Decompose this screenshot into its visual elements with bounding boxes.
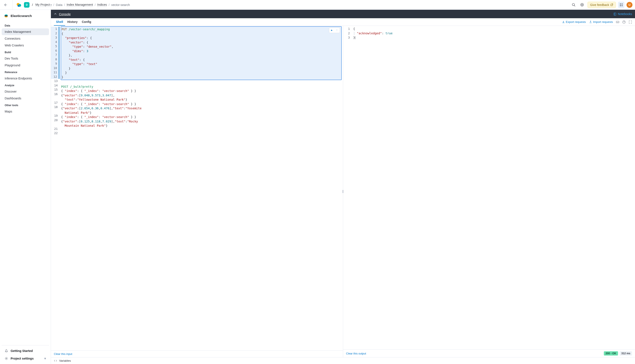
sidebar-item-connectors[interactable]: Connectors bbox=[2, 35, 49, 42]
apps-menu-icon[interactable] bbox=[618, 2, 624, 8]
svg-point-3 bbox=[572, 4, 574, 6]
tab-config[interactable]: Config bbox=[80, 18, 93, 26]
svg-rect-6 bbox=[620, 4, 621, 4]
sidebar-title: Elasticsearch bbox=[11, 14, 32, 18]
console-tabs: ShellHistoryConfig Export requests Impor… bbox=[51, 18, 635, 26]
svg-rect-7 bbox=[622, 4, 622, 4]
code-icon bbox=[54, 359, 57, 362]
help-icon[interactable] bbox=[622, 20, 626, 24]
gear-icon bbox=[5, 357, 8, 360]
breadcrumbs: My Project▾ / Data / Index Management / … bbox=[36, 3, 130, 7]
nav-group-label: Data bbox=[2, 22, 49, 28]
response-pane: 123{│ "acknowledged": true} Clear this o… bbox=[343, 26, 635, 357]
chevron-down-icon: ▾ bbox=[44, 357, 46, 360]
sidebar-item-inference-endpoints[interactable]: Inference Endpoints bbox=[2, 75, 49, 82]
sidebar: Elasticsearch DataIndex ManagementConnec… bbox=[0, 10, 51, 364]
sidebar-item-web-crawlers[interactable]: Web Crawlers bbox=[2, 42, 49, 49]
svg-point-5 bbox=[581, 4, 583, 5]
nav-group-label: Build bbox=[2, 49, 49, 55]
space-selector[interactable]: D bbox=[24, 2, 30, 8]
response-status-badge: 200 - OK bbox=[604, 351, 618, 356]
svg-point-10 bbox=[5, 15, 8, 16]
keyboard-shortcuts-icon[interactable] bbox=[616, 20, 619, 24]
breadcrumb-project[interactable]: My Project▾ bbox=[36, 3, 52, 7]
rocket-icon bbox=[5, 349, 8, 352]
response-time-badge: 312 ms bbox=[620, 351, 632, 356]
collapse-sidebar-button[interactable] bbox=[3, 2, 9, 8]
help-target-icon[interactable] bbox=[579, 2, 585, 8]
export-icon bbox=[562, 20, 565, 23]
variables-bar[interactable]: Variables bbox=[51, 357, 635, 364]
nav-group-label: Relevance bbox=[2, 69, 49, 75]
import-requests-link[interactable]: Import requests bbox=[589, 20, 613, 24]
nav-group-label: Analyze bbox=[2, 82, 49, 88]
svg-point-11 bbox=[6, 358, 7, 359]
request-pane: 12345678910111213141516 1718 1920 2122▶⋮… bbox=[51, 26, 343, 357]
export-requests-link[interactable]: Export requests bbox=[562, 20, 586, 24]
project-settings-link[interactable]: Project settings ▾ bbox=[3, 355, 48, 362]
divider bbox=[12, 0, 13, 10]
svg-rect-13 bbox=[616, 21, 619, 23]
sidebar-item-discover[interactable]: Discover bbox=[2, 88, 49, 95]
import-icon bbox=[589, 20, 592, 23]
breadcrumb-data[interactable]: Data bbox=[56, 3, 63, 6]
console-title[interactable]: Console bbox=[59, 12, 71, 16]
tab-shell[interactable]: Shell bbox=[54, 18, 65, 26]
console-header: Console Notebooks bbox=[51, 10, 635, 18]
user-avatar[interactable]: U bbox=[626, 2, 632, 8]
getting-started-link[interactable]: Getting Started bbox=[3, 347, 48, 355]
clear-input-link[interactable]: Clear this input bbox=[54, 352, 72, 356]
sidebar-item-maps[interactable]: Maps bbox=[2, 108, 49, 115]
notebooks-link[interactable]: Notebooks bbox=[613, 12, 632, 16]
give-feedback-button[interactable]: Give feedback bbox=[587, 2, 616, 8]
svg-rect-8 bbox=[620, 5, 621, 6]
clear-output-link[interactable]: Clear this output bbox=[346, 352, 366, 355]
sidebar-item-dashboards[interactable]: Dashboards bbox=[2, 95, 49, 102]
breadcrumb-index-management[interactable]: Index Management bbox=[67, 3, 93, 7]
breadcrumb-indices[interactable]: Indices bbox=[97, 3, 107, 7]
request-editor[interactable]: 12345678910111213141516 1718 1920 2122▶⋮… bbox=[51, 26, 343, 350]
split-resize-handle[interactable]: ⎢⎢ bbox=[342, 190, 344, 193]
nav-group-label: Other tools bbox=[2, 102, 49, 108]
response-viewer[interactable]: 123{│ "acknowledged": true} bbox=[343, 26, 635, 350]
svg-point-2 bbox=[18, 5, 20, 7]
run-request-button[interactable]: ▶ bbox=[330, 28, 334, 32]
sidebar-item-index-management[interactable]: Index Management bbox=[2, 28, 49, 35]
sidebar-item-playground[interactable]: Playground bbox=[2, 62, 49, 69]
console-collapse-icon[interactable] bbox=[54, 12, 57, 16]
elasticsearch-logo-icon bbox=[4, 14, 9, 18]
sidebar-item-dev-tools[interactable]: Dev Tools bbox=[2, 55, 49, 62]
topbar: D / My Project▾ / Data / Index Managemen… bbox=[0, 0, 635, 10]
main: Console Notebooks ShellHistoryConfig Exp… bbox=[51, 10, 635, 364]
svg-point-4 bbox=[581, 4, 584, 6]
request-menu-button[interactable]: ⋮ bbox=[335, 28, 339, 32]
svg-rect-9 bbox=[622, 5, 622, 6]
tab-history[interactable]: History bbox=[65, 18, 80, 26]
fullscreen-icon[interactable] bbox=[629, 20, 632, 24]
search-icon[interactable] bbox=[570, 2, 577, 8]
breadcrumb-current: vector-search bbox=[111, 3, 130, 6]
elastic-logo-icon bbox=[16, 2, 22, 8]
notebook-icon bbox=[613, 12, 616, 16]
